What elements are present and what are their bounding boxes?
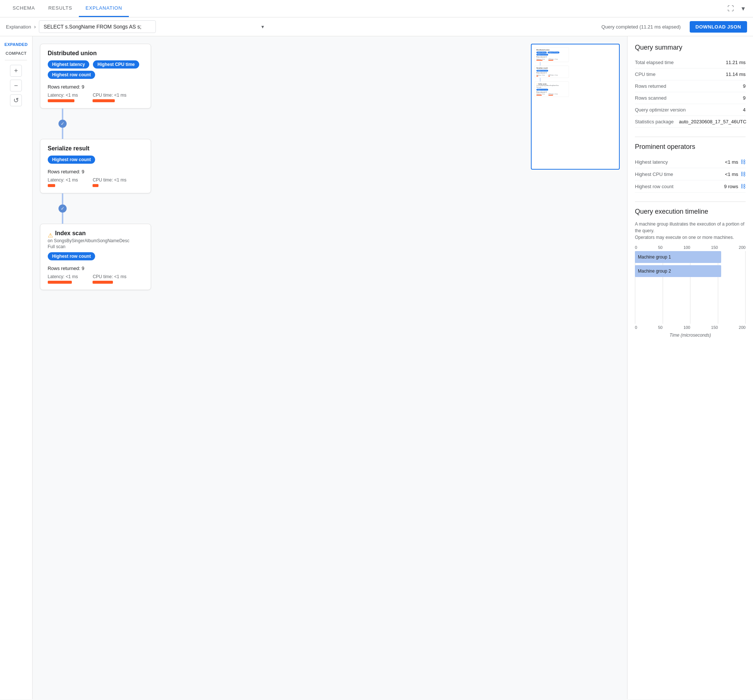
- node-subtitle-on: on SongsBySingerAlbumSongNameDesc: [48, 238, 143, 243]
- node-distributed-union[interactable]: Distributed union Highest latency Highes…: [40, 44, 151, 108]
- latency-metric-index: Latency: <1 ms: [48, 274, 78, 284]
- connector-line-2b: [62, 212, 63, 224]
- timeline-desc2: Operators may execute on one or more mac…: [635, 235, 734, 240]
- query-select-wrap: SELECT s.SongName FROM Songs AS s;: [39, 20, 268, 33]
- prominent-label-latency: Highest latency: [635, 159, 668, 165]
- node-rows-distributed: Rows returned: 9: [48, 84, 143, 90]
- expanded-view-button[interactable]: EXPANDED: [2, 41, 30, 48]
- download-json-button[interactable]: DOWNLOAD JSON: [690, 21, 747, 33]
- mini-cpu-bar-3: [548, 95, 553, 95]
- tab-schema[interactable]: SCHEMA: [6, 0, 42, 17]
- badge-highest-latency[interactable]: Highest latency: [48, 60, 90, 69]
- tab-results[interactable]: RESULTS: [42, 0, 79, 17]
- summary-row-stats: Statistics package auto_20230608_17_57_4…: [635, 116, 745, 128]
- mini-lat-1: Latency: <1 ms: [536, 58, 544, 61]
- query-summary-section: Query summary Total elapsed time 11.21 m…: [635, 44, 745, 128]
- node-serialize-result[interactable]: Serialize result Highest row count Rows …: [40, 139, 151, 193]
- badge-highest-row-serialize[interactable]: Highest row count: [48, 156, 95, 164]
- badge-highest-row-distributed[interactable]: Highest row count: [48, 71, 95, 79]
- diagram-area[interactable]: Distributed union Highest latency Highes…: [33, 36, 627, 699]
- node-badges-index: Highest row count: [48, 252, 143, 262]
- summary-value-rows-scanned: 9: [743, 95, 745, 101]
- tab-explanation[interactable]: EXPLANATION: [79, 0, 129, 17]
- connector-check-1: ✓: [61, 121, 64, 126]
- chart-bar-fill-2: Machine group 2: [635, 265, 721, 277]
- chart-axis-bottom: 0 50 100 150 200: [635, 325, 745, 330]
- link-icon-rowcount[interactable]: ⛓: [741, 183, 745, 189]
- prominent-value-latency: <1 ms ⛓: [725, 159, 745, 165]
- chart-bar-row-2: Machine group 2: [635, 265, 745, 277]
- chart-spacer: [635, 279, 745, 324]
- mini-badge-1a: Highest latency: [536, 52, 547, 53]
- breadcrumb-arrow: ›: [34, 24, 36, 30]
- query-status: Query completed (11.21 ms elapsed): [602, 24, 681, 30]
- badge-highest-row-index[interactable]: Highest row count: [48, 252, 95, 260]
- timeline-desc1: A machine group illustrates the executio…: [635, 222, 745, 233]
- fullscreen-button[interactable]: ⛶: [725, 3, 736, 15]
- connector-1: ✓: [62, 108, 67, 139]
- node-title-index: Index scan: [55, 230, 86, 237]
- summary-row-cpu: CPU time 11.14 ms: [635, 69, 745, 80]
- link-icon-cpu[interactable]: ⛓: [741, 171, 745, 177]
- axis-top-2: 100: [683, 245, 690, 250]
- cpu-bar-distributed: [92, 99, 115, 102]
- mini-cpu-bar-2: [548, 76, 550, 77]
- mini-metrics-3: Latency: <1 ms CPU time: <1 ms: [536, 93, 567, 95]
- badge-highest-cpu[interactable]: Highest CPU time: [93, 60, 139, 69]
- mini-metrics-1: Latency: <1 ms CPU time: <1 ms: [536, 58, 567, 61]
- reset-zoom-button[interactable]: ↺: [10, 94, 22, 106]
- link-icon-latency[interactable]: ⛓: [741, 159, 745, 165]
- latency-label-distributed: Latency: <1 ms: [48, 92, 78, 98]
- compact-view-button[interactable]: COMPACT: [3, 50, 29, 57]
- mini-lat-bar-3: [536, 95, 542, 95]
- timeline-desc: A machine group illustrates the executio…: [635, 221, 745, 241]
- mini-lat-bar-2: [536, 76, 538, 77]
- query-select[interactable]: SELECT s.SongName FROM Songs AS s;: [39, 20, 156, 33]
- more-options-button[interactable]: ▾: [739, 2, 747, 15]
- mini-cpu-1: CPU time: <1 ms: [548, 58, 558, 61]
- summary-label-optimizer: Query optimizer version: [635, 107, 686, 112]
- mini-lat-bar-1: [536, 60, 543, 61]
- mini-metrics-2: Latency: <1 ms CPU time: <1 ms: [536, 75, 567, 77]
- connector-line-2: [62, 193, 63, 205]
- prominent-label-rowcount: Highest row count: [635, 184, 673, 189]
- connector-dot-1: ✓: [59, 120, 67, 128]
- minimap-inner: Distributed union Highest latency Highes…: [535, 47, 617, 97]
- node-badges-distributed-union: Highest latency Highest CPU time Highest…: [48, 60, 143, 81]
- summary-label-rows-scanned: Rows scanned: [635, 95, 666, 101]
- mini-node-3: ⚠ Index scan on SongsBySingerAlbumSongNa…: [535, 81, 569, 97]
- zoom-out-button[interactable]: −: [10, 80, 22, 92]
- chart-bar-row-1: Machine group 1: [635, 251, 745, 263]
- prominent-value-cpu: <1 ms ⛓: [725, 171, 745, 177]
- node-index-scan[interactable]: ⚠ Index scan on SongsBySingerAlbumSongNa…: [40, 224, 151, 290]
- mini-badge-1c: Highest row count: [536, 54, 548, 56]
- latency-bar-serialize: [48, 184, 55, 187]
- right-panel: Query summary Total elapsed time 11.21 m…: [627, 36, 753, 699]
- axis-top-1: 50: [658, 245, 663, 250]
- mini-conn-2: [540, 78, 541, 81]
- metrics-index: Latency: <1 ms CPU time: <1 ms: [48, 274, 143, 284]
- cpu-bar-serialize: [92, 184, 98, 187]
- chart-bar-label-2: Machine group 2: [635, 269, 671, 274]
- chart-bar-fill-1: Machine group 1: [635, 251, 721, 263]
- left-sidebar: EXPANDED COMPACT + − ↺: [0, 36, 33, 699]
- summary-row-rows-returned: Rows returned 9: [635, 80, 745, 92]
- warning-icon: ⚠: [48, 232, 53, 239]
- timeline-title: Query execution timeline: [635, 208, 745, 216]
- summary-value-cpu: 11.14 ms: [726, 72, 745, 77]
- node-title-serialize: Serialize result: [48, 145, 143, 152]
- latency-label-serialize: Latency: <1 ms: [48, 177, 78, 183]
- latency-metric-serialize: Latency: <1 ms: [48, 177, 78, 187]
- node-rows-serialize: Rows returned: 9: [48, 169, 143, 175]
- zoom-in-button[interactable]: +: [10, 65, 22, 77]
- latency-bar-index: [48, 281, 72, 284]
- prominent-operators-section: Prominent operators Highest latency <1 m…: [635, 143, 745, 192]
- query-summary-title: Query summary: [635, 44, 745, 52]
- tabs-bar: SCHEMA RESULTS EXPLANATION ⛶ ▾: [0, 0, 753, 17]
- summary-label-elapsed: Total elapsed time: [635, 59, 674, 65]
- mini-node-1: Distributed union Highest latency Highes…: [535, 47, 569, 62]
- summary-value-rows-returned: 9: [743, 83, 745, 89]
- mini-rows-3: Rows returned: 9: [536, 91, 567, 92]
- connector-check-2: ✓: [61, 206, 64, 211]
- summary-value-optimizer: 4: [743, 107, 745, 112]
